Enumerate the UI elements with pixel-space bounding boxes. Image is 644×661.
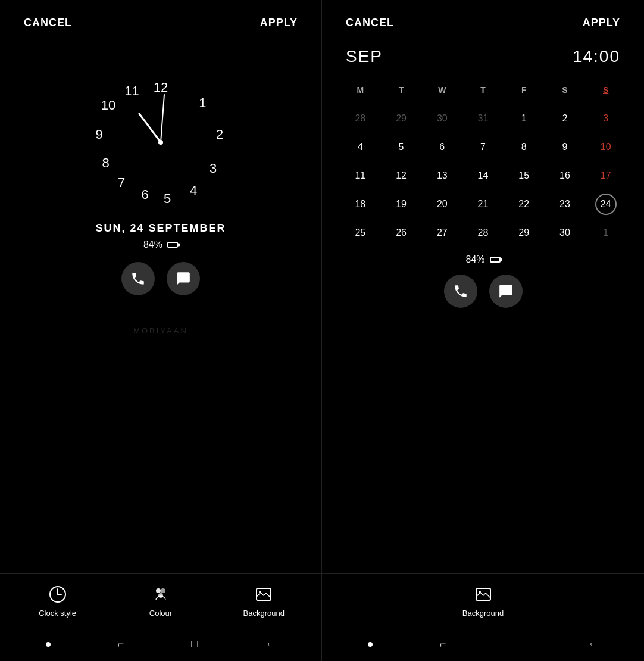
phone-button-left[interactable] xyxy=(121,262,155,295)
cal-10[interactable]: 10 xyxy=(585,135,626,159)
toolbar-colour[interactable]: Colour xyxy=(137,584,185,618)
cal-2[interactable]: 2 xyxy=(545,107,586,130)
cal-7[interactable]: 7 xyxy=(462,135,504,159)
right-apply-button[interactable]: APPLY xyxy=(583,17,620,29)
cal-4[interactable]: 4 xyxy=(340,135,381,159)
cal-week-4: 18 19 20 21 22 23 24 xyxy=(340,192,626,216)
nav-home-left[interactable]: □ xyxy=(191,638,198,650)
left-cancel-button[interactable]: CANCEL xyxy=(24,17,72,29)
toolbar-background-left[interactable]: Background xyxy=(240,584,287,618)
message-button-right[interactable] xyxy=(489,275,523,308)
background-label-right: Background xyxy=(462,609,504,618)
phone-button-right[interactable] xyxy=(444,275,477,308)
cal-29[interactable]: 29 xyxy=(381,107,422,130)
message-icon-right xyxy=(498,283,514,299)
cal-day-w: W xyxy=(421,78,462,102)
message-icon xyxy=(176,271,191,286)
cal-week-5: 25 26 27 28 29 30 1 xyxy=(340,221,626,245)
battery-percentage-right: 84% xyxy=(465,254,484,265)
battery-row-right: 84% xyxy=(340,254,626,265)
cal-12[interactable]: 12 xyxy=(381,164,422,188)
cal-20[interactable]: 20 xyxy=(421,192,462,216)
cal-1[interactable]: 1 xyxy=(504,107,545,130)
cal-30b[interactable]: 30 xyxy=(545,221,586,245)
nav-recent-right[interactable]: ⌐ xyxy=(440,638,446,650)
cal-day-s: S xyxy=(545,78,586,102)
cal-1oct[interactable]: 1 xyxy=(585,221,626,245)
calendar-area: SEP 14:00 M T W T F S S 28 29 30 31 1 2 xyxy=(322,41,644,310)
cal-15[interactable]: 15 xyxy=(504,164,545,188)
phone-icon xyxy=(130,271,146,286)
cal-27[interactable]: 27 xyxy=(421,221,462,245)
right-cancel-button[interactable]: CANCEL xyxy=(346,17,394,29)
cal-6[interactable]: 6 xyxy=(421,135,462,159)
clock-style-icon xyxy=(47,584,68,605)
clock-widget-area: 12 1 2 3 4 5 6 7 8 9 10 11 SUN, 24 SEPTE… xyxy=(0,41,321,573)
clock-info: SUN, 24 SEPTEMBER 84% xyxy=(95,222,226,295)
message-button-left[interactable] xyxy=(167,262,200,295)
battery-icon-right xyxy=(490,257,501,263)
cal-8[interactable]: 8 xyxy=(504,135,545,159)
svg-point-2 xyxy=(158,140,163,145)
calendar-month: SEP xyxy=(346,47,383,66)
cal-16[interactable]: 16 xyxy=(545,164,586,188)
nav-dot-left xyxy=(46,642,51,647)
right-panel: CANCEL APPLY SEP 14:00 M T W T F S S 28 … xyxy=(322,0,644,661)
cal-week-2: 4 5 6 7 8 9 10 xyxy=(340,135,626,159)
left-panel: CANCEL APPLY 12 1 2 3 4 5 6 7 8 9 10 11 xyxy=(0,0,322,661)
svg-point-8 xyxy=(158,593,163,598)
nav-back-right[interactable]: ← xyxy=(587,638,598,650)
cal-26[interactable]: 26 xyxy=(381,221,422,245)
cal-22[interactable]: 22 xyxy=(504,192,545,216)
toolbar-background-right[interactable]: Background xyxy=(459,584,507,618)
cal-23[interactable]: 23 xyxy=(545,192,586,216)
nav-recent-left[interactable]: ⌐ xyxy=(118,638,124,650)
cal-18[interactable]: 18 xyxy=(340,192,381,216)
svg-line-1 xyxy=(161,95,164,142)
phone-icon-right xyxy=(453,283,468,299)
cal-day-sun: S xyxy=(585,78,626,102)
cal-31[interactable]: 31 xyxy=(462,107,504,130)
cal-30[interactable]: 30 xyxy=(421,107,462,130)
left-bottom-toolbar: Clock style Colour Backgrou xyxy=(0,573,321,629)
cal-9[interactable]: 9 xyxy=(545,135,586,159)
cal-25[interactable]: 25 xyxy=(340,221,381,245)
cal-day-t1: T xyxy=(381,78,422,102)
right-top-bar: CANCEL APPLY xyxy=(322,0,644,41)
cal-3[interactable]: 3 xyxy=(585,107,626,130)
left-apply-button[interactable]: APPLY xyxy=(260,17,298,29)
svg-point-7 xyxy=(161,588,165,593)
cal-28b[interactable]: 28 xyxy=(462,221,504,245)
toolbar-clock-style[interactable]: Clock style xyxy=(34,584,82,618)
cal-14[interactable]: 14 xyxy=(462,164,504,188)
battery-row-left: 84% xyxy=(95,239,226,250)
cal-29b[interactable]: 29 xyxy=(504,221,545,245)
cal-13[interactable]: 13 xyxy=(421,164,462,188)
action-icons-left xyxy=(95,262,226,295)
background-label-left: Background xyxy=(243,609,285,618)
cal-week-3: 11 12 13 14 15 16 17 xyxy=(340,164,626,188)
battery-icon-left xyxy=(167,242,178,248)
cal-28[interactable]: 28 xyxy=(340,107,381,130)
cal-11[interactable]: 11 xyxy=(340,164,381,188)
cal-week-1: 28 29 30 31 1 2 3 xyxy=(340,107,626,130)
colour-icon xyxy=(150,584,171,605)
cal-24-today[interactable]: 24 xyxy=(585,192,626,216)
nav-back-left[interactable]: ← xyxy=(265,638,276,650)
clock-style-label: Clock style xyxy=(39,609,76,618)
cal-21[interactable]: 21 xyxy=(462,192,504,216)
cal-day-f: F xyxy=(504,78,545,102)
left-top-bar: CANCEL APPLY xyxy=(0,0,321,41)
background-icon-right xyxy=(473,584,494,605)
analog-clock: 12 1 2 3 4 5 6 7 8 9 10 11 xyxy=(95,77,226,208)
nav-home-right[interactable]: □ xyxy=(514,638,520,650)
clock-hands-svg xyxy=(95,77,226,208)
cal-17[interactable]: 17 xyxy=(585,164,626,188)
battery-percentage-left: 84% xyxy=(143,239,162,250)
svg-point-12 xyxy=(479,591,481,593)
calendar-grid: M T W T F S S 28 29 30 31 1 2 3 4 5 xyxy=(340,78,626,245)
cal-19[interactable]: 19 xyxy=(381,192,422,216)
cal-5[interactable]: 5 xyxy=(381,135,422,159)
right-bottom-toolbar: Background xyxy=(322,573,644,629)
left-nav-bar: ⌐ □ ← xyxy=(0,629,321,661)
